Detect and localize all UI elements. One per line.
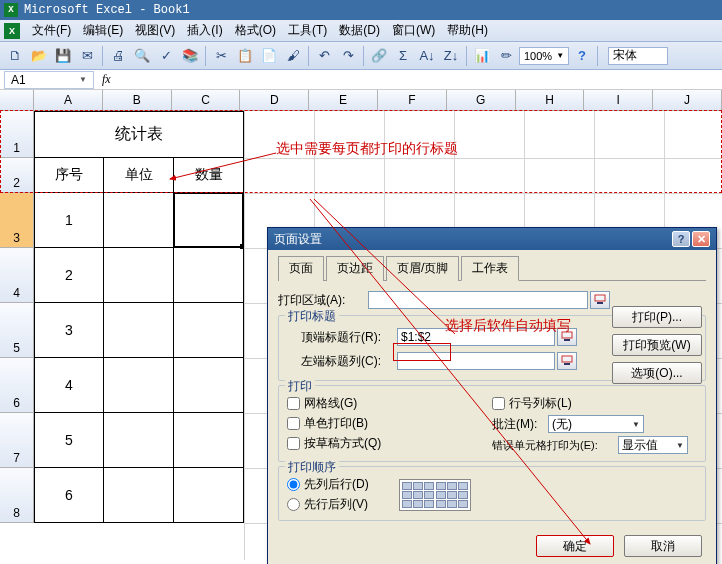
- row-header-7[interactable]: 7: [0, 413, 34, 468]
- options-button[interactable]: 选项(O)...: [612, 362, 702, 384]
- error-select[interactable]: 显示值▼: [618, 436, 688, 454]
- cell-r4c2[interactable]: [103, 357, 174, 413]
- row-header-6[interactable]: 6: [0, 358, 34, 413]
- name-box[interactable]: A1 ▼: [4, 71, 94, 89]
- paste-icon[interactable]: 📄: [258, 45, 280, 67]
- print-button[interactable]: 打印(P)...: [612, 306, 702, 328]
- format-painter-icon[interactable]: 🖌: [282, 45, 304, 67]
- cell-r2c2[interactable]: [103, 247, 174, 303]
- chart-icon[interactable]: 📊: [471, 45, 493, 67]
- spell-icon[interactable]: ✓: [155, 45, 177, 67]
- chk-draft[interactable]: 按草稿方式(Q): [287, 435, 492, 452]
- left-col-input[interactable]: [397, 352, 555, 370]
- col-header-B[interactable]: B: [103, 90, 172, 111]
- close-icon[interactable]: ✕: [692, 231, 710, 247]
- row-header-1[interactable]: 1: [0, 111, 34, 158]
- col-header-C[interactable]: C: [172, 90, 241, 111]
- select-all-corner[interactable]: [0, 90, 34, 111]
- redo-icon[interactable]: ↷: [337, 45, 359, 67]
- chevron-down-icon[interactable]: ▼: [79, 75, 87, 84]
- row-header-4[interactable]: 4: [0, 248, 34, 303]
- col-header-H[interactable]: H: [516, 90, 585, 111]
- research-icon[interactable]: 📚: [179, 45, 201, 67]
- cell-r6c3[interactable]: [173, 467, 244, 523]
- col-header-D[interactable]: D: [240, 90, 309, 111]
- cancel-button[interactable]: 取消: [624, 535, 702, 557]
- comment-select[interactable]: (无)▼: [548, 415, 644, 433]
- print-icon[interactable]: 🖨: [107, 45, 129, 67]
- cell-h1[interactable]: 序号: [34, 157, 104, 193]
- tab-page[interactable]: 页面: [278, 256, 324, 281]
- ok-button[interactable]: 确定: [536, 535, 614, 557]
- collapse-icon[interactable]: [590, 291, 610, 309]
- collapse-icon[interactable]: [557, 352, 577, 370]
- cell-h3[interactable]: 数量: [173, 157, 244, 193]
- col-header-A[interactable]: A: [34, 90, 103, 111]
- print-area-input[interactable]: [368, 291, 588, 309]
- active-cell[interactable]: [173, 192, 244, 248]
- cell-r2c1[interactable]: 2: [34, 247, 104, 303]
- col-header-G[interactable]: G: [447, 90, 516, 111]
- sort-asc-icon[interactable]: A↓: [416, 45, 438, 67]
- col-header-I[interactable]: I: [584, 90, 653, 111]
- cell-r5c1[interactable]: 5: [34, 412, 104, 468]
- col-header-F[interactable]: F: [378, 90, 447, 111]
- menu-file[interactable]: 文件(F): [26, 22, 77, 39]
- cell-r4c3[interactable]: [173, 357, 244, 413]
- cell-r3c3[interactable]: [173, 302, 244, 358]
- tab-sheet[interactable]: 工作表: [461, 256, 519, 281]
- cut-icon[interactable]: ✂: [210, 45, 232, 67]
- open-icon[interactable]: 📂: [28, 45, 50, 67]
- cell-title[interactable]: 统计表: [34, 111, 244, 158]
- chk-gridlines[interactable]: 网格线(G): [287, 395, 492, 412]
- cell-r1c1[interactable]: 1: [34, 192, 104, 248]
- preview-button[interactable]: 打印预览(W): [612, 334, 702, 356]
- chk-rowcol[interactable]: 行号列标(L): [492, 395, 697, 412]
- row-header-8[interactable]: 8: [0, 468, 34, 523]
- undo-icon[interactable]: ↶: [313, 45, 335, 67]
- cell-r6c2[interactable]: [103, 467, 174, 523]
- row-header-2[interactable]: 2: [0, 158, 34, 193]
- radio-over-down[interactable]: 先行后列(V): [287, 496, 369, 513]
- link-icon[interactable]: 🔗: [368, 45, 390, 67]
- cell-r4c1[interactable]: 4: [34, 357, 104, 413]
- cell-r1c2[interactable]: [103, 192, 174, 248]
- zoom-box[interactable]: 100%▼: [519, 47, 569, 65]
- menu-format[interactable]: 格式(O): [229, 22, 282, 39]
- cell-r5c2[interactable]: [103, 412, 174, 468]
- sum-icon[interactable]: Σ: [392, 45, 414, 67]
- cell-r2c3[interactable]: [173, 247, 244, 303]
- cell-r3c1[interactable]: 3: [34, 302, 104, 358]
- menu-help[interactable]: 帮助(H): [441, 22, 494, 39]
- menu-data[interactable]: 数据(D): [333, 22, 386, 39]
- row-header-3[interactable]: 3: [0, 193, 34, 248]
- row-header-5[interactable]: 5: [0, 303, 34, 358]
- help-button-icon[interactable]: ?: [672, 231, 690, 247]
- menu-insert[interactable]: 插入(I): [181, 22, 228, 39]
- tab-header[interactable]: 页眉/页脚: [386, 256, 459, 281]
- fx-icon[interactable]: fx: [102, 72, 111, 87]
- col-header-J[interactable]: J: [653, 90, 722, 111]
- cell-r5c3[interactable]: [173, 412, 244, 468]
- font-box[interactable]: 宋体: [608, 47, 668, 65]
- cell-r6c1[interactable]: 6: [34, 467, 104, 523]
- menu-view[interactable]: 视图(V): [129, 22, 181, 39]
- drawing-icon[interactable]: ✏: [495, 45, 517, 67]
- menu-window[interactable]: 窗口(W): [386, 22, 441, 39]
- cell-r3c2[interactable]: [103, 302, 174, 358]
- mail-icon[interactable]: ✉: [76, 45, 98, 67]
- new-icon[interactable]: 🗋: [4, 45, 26, 67]
- col-header-E[interactable]: E: [309, 90, 378, 111]
- dialog-titlebar[interactable]: 页面设置 ? ✕: [268, 228, 716, 250]
- chk-mono[interactable]: 单色打印(B): [287, 415, 492, 432]
- menu-tools[interactable]: 工具(T): [282, 22, 333, 39]
- radio-down-over[interactable]: 先列后行(D): [287, 476, 369, 493]
- help-icon[interactable]: ?: [571, 45, 593, 67]
- preview-icon[interactable]: 🔍: [131, 45, 153, 67]
- tab-margin[interactable]: 页边距: [326, 256, 384, 281]
- cell-h2[interactable]: 单位: [103, 157, 174, 193]
- menu-edit[interactable]: 编辑(E): [77, 22, 129, 39]
- save-icon[interactable]: 💾: [52, 45, 74, 67]
- copy-icon[interactable]: 📋: [234, 45, 256, 67]
- sort-desc-icon[interactable]: Z↓: [440, 45, 462, 67]
